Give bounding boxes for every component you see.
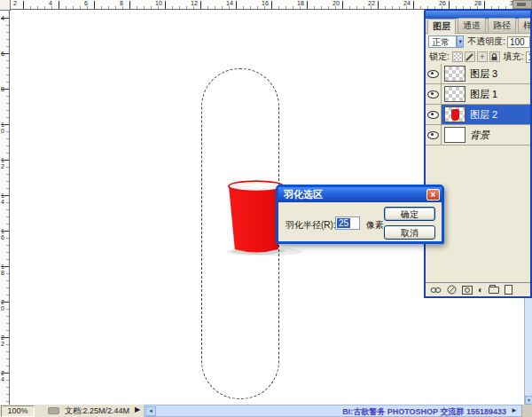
- lock-paint-icon[interactable]: [465, 51, 475, 62]
- ruler-vertical: 4681012141618202224: [0, 11, 10, 405]
- ok-button[interactable]: 确定: [384, 207, 435, 221]
- blend-mode-select[interactable]: 正常: [428, 35, 457, 48]
- ruler-label: 8: [1, 86, 6, 92]
- ruler-label: 14: [1, 193, 6, 205]
- ruler-label: 4: [1, 15, 6, 21]
- ruler-corner: [0, 0, 11, 11]
- ruler-label: 8: [120, 0, 123, 6]
- layer-row[interactable]: 图层 1: [426, 84, 530, 105]
- close-icon[interactable]: ×: [426, 189, 440, 201]
- visibility-toggle[interactable]: [426, 64, 442, 83]
- ruler-label: 18: [1, 264, 6, 276]
- ruler-label: 16: [262, 0, 269, 6]
- layer-name[interactable]: 背景: [470, 129, 489, 142]
- ruler-label: 10: [155, 0, 162, 6]
- layer-thumbnail[interactable]: [444, 127, 466, 143]
- ruler-label: 18: [297, 0, 304, 6]
- eye-icon: [427, 131, 439, 139]
- palette-well-button[interactable]: [512, 0, 532, 9]
- visibility-toggle[interactable]: [426, 105, 442, 124]
- lock-all-icon[interactable]: [489, 51, 500, 62]
- ruler-label: 6: [1, 51, 6, 57]
- layer-name[interactable]: 图层 1: [470, 88, 497, 101]
- ruler-label: 22: [368, 0, 375, 6]
- layer-thumbnail[interactable]: [444, 66, 466, 82]
- ruler-label: 22: [1, 334, 6, 347]
- ruler-label: 24: [1, 370, 6, 382]
- ruler-label: 12: [191, 0, 198, 6]
- layer-row[interactable]: 背景: [426, 125, 530, 146]
- eye-icon: [427, 90, 439, 98]
- eye-icon: [427, 111, 439, 119]
- opacity-input[interactable]: 100: [507, 36, 530, 48]
- tab-channels[interactable]: 通道: [458, 18, 486, 33]
- feather-radius-input[interactable]: 25: [335, 216, 360, 230]
- cancel-button[interactable]: 取消: [384, 225, 435, 240]
- scroll-down-icon[interactable]: ▼: [525, 396, 532, 405]
- scroll-right-icon[interactable]: ►: [509, 406, 520, 416]
- palette-tabs: 图层 通道 路径 样式: [426, 19, 530, 34]
- tab-layers[interactable]: 图层: [427, 19, 456, 34]
- dialog-body: 羽化半径(R): 25 像素 确定 取消: [278, 202, 442, 241]
- palette-footer: ◐: [426, 282, 530, 296]
- unit-label: 像素: [366, 219, 384, 232]
- ruler-label: 20: [332, 0, 340, 6]
- layer-name[interactable]: 图层 2: [470, 108, 497, 122]
- layers-palette: 图层 通道 路径 样式 正常 ▼ 不透明度: 100 锁定: + 填充:: [424, 9, 532, 298]
- ruler-label: 20: [1, 299, 6, 311]
- ruler-label: 26: [439, 0, 446, 6]
- ruler-label: 24: [403, 0, 411, 6]
- feather-radius-label: 羽化半径(R):: [286, 219, 336, 232]
- status-bar: 100% 文档:2.25M/2.44M ▶ ◄ BI:古欲警务 PHOTOSHO…: [0, 405, 532, 417]
- new-group-icon[interactable]: [489, 287, 499, 294]
- feather-dialog: 羽化选区 × 羽化半径(R): 25 像素 确定 取消: [276, 185, 444, 244]
- photoshop-window: 24681012141618202224262830 4681012141618…: [0, 0, 532, 417]
- eye-icon: [427, 70, 439, 78]
- ruler-label: 28: [474, 0, 481, 6]
- layer-thumbnail[interactable]: [444, 106, 466, 122]
- layer-style-icon[interactable]: [447, 285, 457, 295]
- resize-corner: [521, 405, 532, 417]
- layer-row[interactable]: 图层 3: [426, 64, 530, 84]
- layer-row-selected[interactable]: 图层 2: [426, 105, 530, 125]
- dialog-title: 羽化选区: [284, 188, 323, 201]
- dialog-titlebar[interactable]: 羽化选区 ×: [278, 187, 442, 202]
- ruler-label: 4: [49, 0, 52, 6]
- marching-ants-selection[interactable]: [201, 68, 279, 399]
- selected-value: 25: [337, 218, 350, 228]
- fill-input[interactable]: 100: [526, 51, 532, 63]
- ruler-label: 6: [84, 0, 88, 6]
- zoom-level-field[interactable]: 100%: [1, 405, 35, 417]
- lock-move-icon[interactable]: +: [477, 51, 488, 62]
- horizontal-scrollbar[interactable]: ◄ BI:古欲警务 PHOTOSHOP 交流群 155189433 ►: [144, 405, 532, 417]
- layer-thumbnail[interactable]: [444, 86, 466, 102]
- ruler-label: 12: [1, 157, 6, 169]
- ruler-label: 14: [226, 0, 233, 6]
- status-divider-icon: [48, 407, 59, 414]
- visibility-toggle[interactable]: [426, 125, 442, 145]
- lock-buttons: +: [452, 51, 500, 62]
- layer-name[interactable]: 图层 3: [470, 67, 497, 81]
- adjustment-layer-icon[interactable]: ◐: [478, 286, 483, 295]
- fill-label: 填充:: [504, 51, 524, 63]
- tab-styles[interactable]: 样式: [518, 18, 532, 33]
- ruler-label: 16: [1, 228, 6, 240]
- tab-paths[interactable]: 路径: [488, 18, 516, 33]
- scroll-left-icon[interactable]: ◄: [145, 406, 156, 416]
- opacity-label: 不透明度:: [467, 35, 505, 48]
- ruler-label: 10: [1, 122, 6, 134]
- new-layer-icon[interactable]: [505, 285, 512, 295]
- lock-transparency-icon[interactable]: [452, 51, 463, 62]
- visibility-toggle[interactable]: [426, 84, 442, 104]
- layer-mask-icon[interactable]: [462, 286, 473, 295]
- document-size-info: 文档:2.25M/2.44M: [65, 405, 129, 416]
- layer-list: 图层 3 图层 1 图层 2 背景: [426, 64, 530, 146]
- chevron-down-icon[interactable]: ▼: [457, 35, 464, 48]
- lock-label: 锁定:: [429, 51, 450, 63]
- ruler-label: 2: [13, 0, 17, 6]
- status-flyout-icon[interactable]: ▶: [135, 405, 140, 413]
- link-layers-icon[interactable]: [430, 287, 442, 294]
- watermark-text: BI:古欲警务 PHOTOSHOP 交流群 155189433: [342, 406, 506, 417]
